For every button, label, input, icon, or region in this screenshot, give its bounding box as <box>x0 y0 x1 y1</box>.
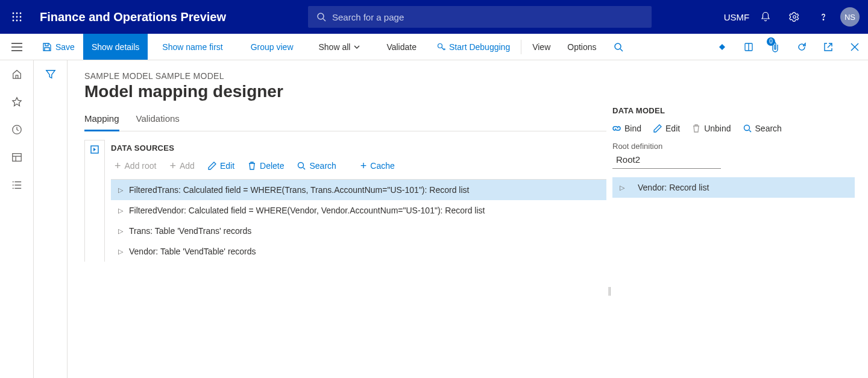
modules-icon[interactable] <box>11 180 22 193</box>
svg-point-5 <box>20 16 22 18</box>
cache-label: Cache <box>370 161 394 171</box>
tree-row[interactable]: ▷Vendor: Table 'VendTable' records <box>111 241 606 262</box>
help-icon[interactable] <box>809 0 838 34</box>
tree-label: Trans: Table 'VendTrans' records <box>129 226 251 236</box>
search-label: Search <box>309 161 336 171</box>
svg-point-2 <box>20 13 22 14</box>
add-root-button[interactable]: +Add root <box>115 161 156 171</box>
search-icon <box>297 162 306 170</box>
filter-icon[interactable] <box>45 69 56 378</box>
workspaces-icon[interactable] <box>11 152 22 165</box>
caret-icon[interactable]: ▷ <box>118 207 129 215</box>
show-details-button[interactable]: Show details <box>83 34 148 60</box>
svg-line-38 <box>749 130 751 132</box>
svg-point-7 <box>16 20 18 22</box>
show-name-first-button[interactable]: Show name first <box>154 34 231 60</box>
recent-icon[interactable] <box>11 124 22 137</box>
svg-point-4 <box>16 16 18 18</box>
validate-button[interactable]: Validate <box>378 34 425 60</box>
action-search-icon[interactable] <box>605 34 632 60</box>
refresh-icon[interactable] <box>788 34 815 60</box>
delete-label: Delete <box>260 161 284 171</box>
svg-point-1 <box>16 13 18 14</box>
personalize-icon[interactable] <box>709 34 735 60</box>
data-sources-heading: DATA SOURCES <box>111 143 606 153</box>
dm-tree-label: Vendor: Record list <box>638 183 709 192</box>
svg-point-37 <box>744 125 749 131</box>
close-icon[interactable] <box>841 34 868 60</box>
save-button[interactable]: Save <box>34 34 83 60</box>
home-icon[interactable] <box>11 69 22 82</box>
tree-row[interactable]: ▷FilteredTrans: Calculated field = WHERE… <box>111 180 606 200</box>
bind-label: Bind <box>624 124 641 133</box>
page-title: Model mapping designer <box>84 82 606 101</box>
search-icon <box>316 12 326 22</box>
show-all-dropdown[interactable]: Show all <box>310 34 373 60</box>
caret-icon[interactable]: ▷ <box>620 184 638 192</box>
bind-button[interactable]: Bind <box>612 124 641 133</box>
data-sources-toolbar: +Add root +Add Edit Delete Search +Cache <box>111 159 606 179</box>
data-model-heading: DATA MODEL <box>612 106 855 115</box>
trash-icon <box>692 124 700 133</box>
dm-tree-row[interactable]: ▷Vendor: Record list <box>612 177 855 198</box>
nav-toggle-icon[interactable] <box>0 34 34 60</box>
view-menu[interactable]: View <box>524 34 559 60</box>
debug-icon <box>437 43 445 51</box>
data-sources-tree: ▷FilteredTrans: Calculated field = WHERE… <box>111 179 606 262</box>
options-menu[interactable]: Options <box>559 34 605 60</box>
splitter[interactable]: ║ <box>606 71 612 378</box>
unbind-button[interactable]: Unbind <box>692 124 731 133</box>
add-button[interactable]: +Add <box>169 161 194 171</box>
dm-edit-label: Edit <box>665 124 680 133</box>
unbind-label: Unbind <box>704 124 731 133</box>
svg-point-8 <box>20 20 22 22</box>
attachments-icon[interactable]: 0 <box>762 34 788 60</box>
tree-row[interactable]: ▷Trans: Table 'VendTrans' records <box>111 221 606 241</box>
group-view-button[interactable]: Group view <box>242 34 302 60</box>
page-options-icon[interactable] <box>735 34 762 60</box>
dm-search-button[interactable]: Search <box>743 124 782 133</box>
tab-mapping[interactable]: Mapping <box>84 110 119 131</box>
dm-edit-button[interactable]: Edit <box>653 124 680 133</box>
left-nav-rail <box>0 60 34 378</box>
svg-point-3 <box>13 16 14 18</box>
user-avatar[interactable]: NS <box>840 7 860 27</box>
svg-line-36 <box>303 168 305 169</box>
svg-point-16 <box>438 43 442 48</box>
root-definition-value[interactable]: Root2 <box>612 153 721 169</box>
caret-icon[interactable]: ▷ <box>118 186 129 194</box>
popout-icon[interactable] <box>815 34 841 60</box>
svg-point-35 <box>298 163 304 168</box>
top-bar: Finance and Operations Preview USMF NS <box>0 0 868 34</box>
global-search-input[interactable] <box>332 12 643 22</box>
svg-point-6 <box>13 20 14 22</box>
tree-label: Vendor: Table 'VendTable' records <box>129 247 256 256</box>
link-icon <box>612 124 621 133</box>
favorites-icon[interactable] <box>11 96 22 110</box>
notifications-icon[interactable] <box>751 0 780 34</box>
caret-icon[interactable]: ▷ <box>118 248 129 256</box>
add-label: Add <box>180 161 195 171</box>
cache-button[interactable]: +Cache <box>360 161 395 171</box>
start-debugging-button[interactable]: Start Debugging <box>429 34 518 60</box>
svg-point-18 <box>615 43 621 49</box>
tree-label: FilteredTrans: Calculated field = WHERE(… <box>129 185 469 195</box>
tree-row[interactable]: ▷FilteredVendor: Calculated field = WHER… <box>111 200 606 221</box>
settings-icon[interactable] <box>780 0 809 34</box>
expand-types-button[interactable] <box>84 140 105 262</box>
dm-search-label: Search <box>755 124 782 133</box>
svg-line-19 <box>620 49 623 51</box>
app-launcher-icon[interactable] <box>0 12 34 22</box>
show-all-label: Show all <box>319 42 351 52</box>
edit-button[interactable]: Edit <box>208 161 234 171</box>
company-picker[interactable]: USMF <box>722 0 751 34</box>
search-button[interactable]: Search <box>297 161 336 171</box>
tab-validations[interactable]: Validations <box>136 110 180 131</box>
data-model-toolbar: Bind Edit Unbind Search <box>612 121 855 142</box>
pencil-icon <box>653 124 662 133</box>
caret-icon[interactable]: ▷ <box>118 227 129 235</box>
breadcrumb: SAMPLE MODEL SAMPLE MODEL <box>84 71 606 81</box>
svg-rect-25 <box>12 154 20 162</box>
global-search[interactable] <box>308 6 652 28</box>
delete-button[interactable]: Delete <box>248 161 284 171</box>
